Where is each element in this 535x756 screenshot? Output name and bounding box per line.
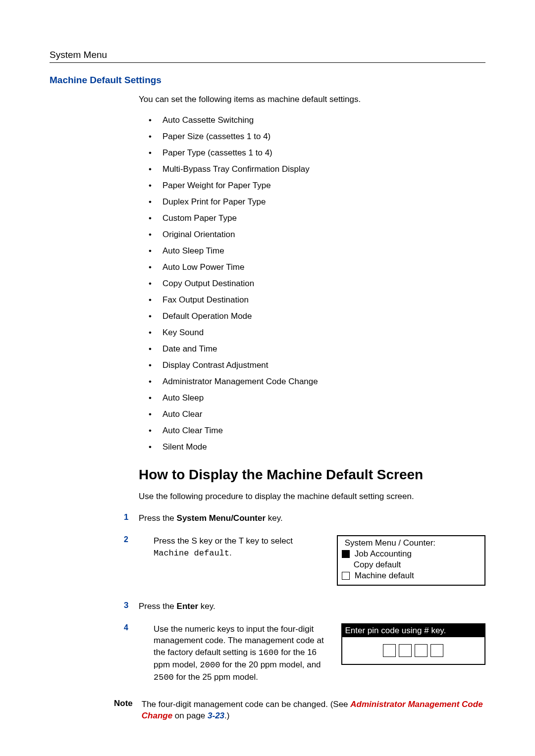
header-divider: [50, 62, 485, 63]
page-reference-link[interactable]: 3-23: [208, 711, 224, 720]
step-text: Press the S key or the T key to select: [154, 536, 293, 546]
step-mono: Machine default: [154, 549, 229, 558]
list-item: Date and Time: [149, 344, 485, 354]
list-item: Key Sound: [149, 328, 485, 338]
step-number: 1: [124, 512, 139, 522]
note-text: The four-digit management code can be ch…: [142, 700, 351, 709]
list-item: Paper Type (cassettes 1 to 4): [149, 148, 485, 158]
settings-list: Auto Cassette Switching Paper Size (cass…: [149, 115, 485, 452]
subsection-title: How to Display the Machine Default Scree…: [139, 467, 485, 483]
page-header: System Menu: [50, 50, 485, 60]
step-text: Press the: [139, 513, 177, 523]
step-3: 3 Press the Enter key.: [124, 601, 485, 612]
step-body: Press the Enter key.: [139, 601, 485, 612]
step-number: 3: [124, 601, 139, 610]
list-item: Duplex Print for Paper Type: [149, 197, 485, 207]
step-body: Press the S key or the T key to select M…: [154, 535, 322, 559]
pin-digit-box: [383, 644, 396, 657]
pin-digit-box: [399, 644, 412, 657]
list-item: Paper Weight for Paper Type: [149, 181, 485, 191]
list-item: Auto Clear Time: [149, 426, 485, 436]
lcd-display: System Menu / Counter: Job Accounting Co…: [337, 535, 485, 586]
list-item: Auto Low Power Time: [149, 262, 485, 272]
list-item: Custom Paper Type: [149, 213, 485, 223]
list-item: Paper Size (cassettes 1 to 4): [149, 132, 485, 142]
list-item: Copy Output Destination: [149, 279, 485, 289]
step-number: 4: [124, 623, 139, 632]
step-1: 1 Press the System Menu/Counter key.: [124, 512, 485, 524]
step-text: for the 25 ppm model.: [174, 672, 258, 682]
step-text: key.: [266, 513, 283, 523]
note-body: The four-digit management code can be ch…: [142, 699, 485, 722]
section-title: Machine Default Settings: [50, 75, 485, 86]
document-page: System Menu Machine Default Settings You…: [0, 0, 535, 756]
list-item: Administrator Management Code Change: [149, 377, 485, 387]
step-mono: 1600: [259, 648, 279, 657]
lcd-row: Job Accounting: [342, 549, 481, 559]
note-block: Note The four-digit management code can …: [114, 699, 485, 722]
selection-marker-icon: [342, 572, 350, 580]
note-text: on page: [172, 711, 208, 720]
list-item: Auto Clear: [149, 409, 485, 419]
step-mono: 2500: [154, 673, 174, 682]
section-intro: You can set the following items as machi…: [139, 95, 485, 104]
list-item: Multi-Bypass Tray Confirmation Display: [149, 164, 485, 174]
list-item: Display Contrast Adjustment: [149, 360, 485, 370]
step-text: key.: [198, 602, 215, 611]
lcd-item: Machine default: [355, 571, 414, 581]
lcd-row: Machine default: [342, 571, 481, 581]
step-text: for the 20 ppm model, and: [220, 660, 321, 669]
procedure-intro: Use the following procedure to display t…: [139, 492, 485, 502]
lcd-row: Copy default: [342, 560, 481, 570]
list-item: Fax Output Destination: [149, 295, 485, 305]
step-body: Use the numeric keys to input the four-d…: [154, 623, 326, 684]
note-label: Note: [114, 699, 133, 722]
pin-header: Enter pin code using # key.: [342, 624, 485, 637]
lcd-item: Copy default: [354, 560, 401, 570]
step-text: .: [229, 548, 232, 557]
lcd-title: System Menu / Counter:: [345, 538, 481, 548]
pin-digit-box: [415, 644, 428, 657]
list-item: Original Orientation: [149, 230, 485, 240]
step-2: 2 Press the S key or the T key to select…: [124, 535, 485, 586]
step-key: Enter: [177, 602, 198, 611]
list-item: Auto Sleep: [149, 393, 485, 403]
note-text: .): [224, 711, 229, 720]
step-number: 2: [124, 535, 139, 544]
pin-display: Enter pin code using # key.: [341, 623, 486, 665]
list-item: Auto Sleep Time: [149, 246, 485, 256]
step-body: Press the System Menu/Counter key.: [139, 512, 485, 524]
list-item: Auto Cassette Switching: [149, 115, 485, 125]
list-item: Silent Mode: [149, 442, 485, 452]
list-item: Default Operation Mode: [149, 311, 485, 321]
pin-entry-row: [342, 637, 485, 664]
step-mono: 2000: [200, 660, 220, 670]
step-4: 4 Use the numeric keys to input the four…: [124, 623, 485, 684]
selection-marker-icon: [342, 550, 350, 558]
pin-digit-box: [430, 644, 443, 657]
step-text: Press the: [139, 602, 177, 611]
lcd-item: Job Accounting: [355, 549, 412, 559]
step-key: System Menu/Counter: [177, 513, 266, 523]
